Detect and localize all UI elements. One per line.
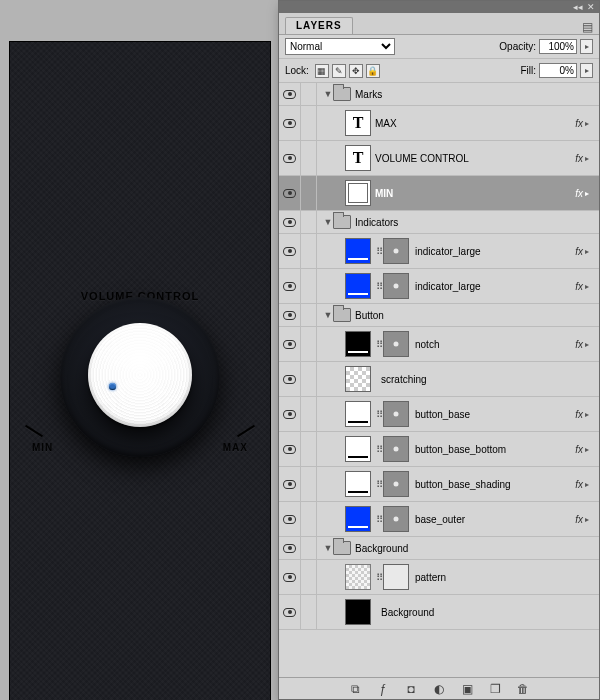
visibility-toggle[interactable] <box>283 247 296 256</box>
visibility-toggle[interactable] <box>283 311 296 320</box>
shape-thumb <box>345 436 371 462</box>
fx-badge[interactable]: fx <box>575 153 583 164</box>
layer-indicator-large-1[interactable]: ⠿ indicator_large fx ▸ <box>279 234 599 269</box>
layer-base-outer[interactable]: ⠿ base_outer fx ▸ <box>279 502 599 537</box>
folder-icon <box>333 308 351 322</box>
fx-badge[interactable]: fx <box>575 514 583 525</box>
delete-layer-icon[interactable]: 🗑 <box>516 682 530 696</box>
visibility-toggle[interactable] <box>283 608 296 617</box>
chevron-right-icon[interactable]: ▸ <box>585 154 595 163</box>
chevron-right-icon[interactable]: ▸ <box>585 410 595 419</box>
layer-label: button_base_shading <box>415 479 511 490</box>
fill-flyout[interactable] <box>580 63 593 78</box>
lock-pixels-icon[interactable]: ✎ <box>332 64 346 78</box>
opacity-input[interactable] <box>539 39 577 54</box>
shape-thumb <box>345 238 371 264</box>
visibility-toggle[interactable] <box>283 189 296 198</box>
visibility-toggle[interactable] <box>283 90 296 99</box>
chevron-down-icon[interactable]: ▼ <box>323 543 333 553</box>
fx-badge[interactable]: fx <box>575 281 583 292</box>
visibility-toggle[interactable] <box>283 410 296 419</box>
visibility-toggle[interactable] <box>283 218 296 227</box>
visibility-toggle[interactable] <box>283 375 296 384</box>
visibility-toggle[interactable] <box>283 480 296 489</box>
layer-button-base-bottom[interactable]: ⠿ button_base_bottom fx ▸ <box>279 432 599 467</box>
visibility-toggle[interactable] <box>283 544 296 553</box>
layer-min[interactable]: MIN fx ▸ <box>279 176 599 211</box>
visibility-toggle[interactable] <box>283 282 296 291</box>
visibility-toggle[interactable] <box>283 340 296 349</box>
document-canvas[interactable]: VOLUME CONTROL MIN MAX <box>10 42 270 700</box>
panel-menu-icon[interactable]: ▤ <box>582 20 593 34</box>
collapse-icon[interactable]: ◂◂ <box>573 3 583 12</box>
vector-mask-thumb[interactable] <box>383 506 409 532</box>
layer-mask-thumb[interactable] <box>383 564 409 590</box>
layer-style-icon[interactable]: ƒ <box>376 682 390 696</box>
fill-input[interactable] <box>539 63 577 78</box>
chevron-right-icon[interactable]: ▸ <box>585 480 595 489</box>
chevron-right-icon[interactable]: ▸ <box>585 445 595 454</box>
shape-thumb <box>345 331 371 357</box>
link-icon: ⠿ <box>375 444 383 455</box>
fx-badge[interactable]: fx <box>575 188 583 199</box>
fx-badge[interactable]: fx <box>575 339 583 350</box>
visibility-toggle[interactable] <box>283 573 296 582</box>
layer-scratching[interactable]: scratching <box>279 362 599 397</box>
group-button[interactable]: ▼ Button <box>279 304 599 327</box>
visibility-toggle[interactable] <box>283 154 296 163</box>
knob[interactable] <box>88 323 192 427</box>
new-layer-icon[interactable]: ❐ <box>488 682 502 696</box>
group-background[interactable]: ▼ Background <box>279 537 599 560</box>
opacity-label: Opacity: <box>499 41 536 52</box>
layer-button-base[interactable]: ⠿ button_base fx ▸ <box>279 397 599 432</box>
layer-mask-icon[interactable]: ◘ <box>404 682 418 696</box>
layer-indicator-large-2[interactable]: ⠿ indicator_large fx ▸ <box>279 269 599 304</box>
lock-position-icon[interactable]: ✥ <box>349 64 363 78</box>
tab-layers[interactable]: LAYERS <box>285 17 353 34</box>
fx-badge[interactable]: fx <box>575 118 583 129</box>
layer-pattern[interactable]: ⠿ pattern <box>279 560 599 595</box>
layer-button-base-shading[interactable]: ⠿ button_base_shading fx ▸ <box>279 467 599 502</box>
vector-mask-thumb[interactable] <box>383 238 409 264</box>
lock-all-icon[interactable]: 🔒 <box>366 64 380 78</box>
visibility-toggle[interactable] <box>283 119 296 128</box>
vector-mask-thumb[interactable] <box>383 273 409 299</box>
chevron-right-icon[interactable]: ▸ <box>585 119 595 128</box>
layer-volume-control[interactable]: VOLUME CONTROL fx ▸ <box>279 141 599 176</box>
vector-mask-thumb[interactable] <box>383 471 409 497</box>
fx-badge[interactable]: fx <box>575 444 583 455</box>
layer-notch[interactable]: ⠿ notch fx ▸ <box>279 327 599 362</box>
chevron-down-icon[interactable]: ▼ <box>323 310 333 320</box>
fx-badge[interactable]: fx <box>575 246 583 257</box>
fx-badge[interactable]: fx <box>575 409 583 420</box>
layer-max[interactable]: MAX fx ▸ <box>279 106 599 141</box>
chevron-right-icon[interactable]: ▸ <box>585 282 595 291</box>
blend-mode-select[interactable]: Normal <box>285 38 395 55</box>
group-marks[interactable]: ▼ Marks <box>279 83 599 106</box>
chevron-down-icon[interactable]: ▼ <box>323 217 333 227</box>
chevron-right-icon[interactable]: ▸ <box>585 340 595 349</box>
shape-thumb <box>345 471 371 497</box>
link-layers-icon[interactable]: ⧉ <box>348 682 362 696</box>
chevron-down-icon[interactable]: ▼ <box>323 89 333 99</box>
layer-tree[interactable]: ▼ Marks MAX fx ▸ VOLUME CONTROL fx ▸ <box>279 83 599 677</box>
adjustment-layer-icon[interactable]: ◐ <box>432 682 446 696</box>
visibility-toggle[interactable] <box>283 445 296 454</box>
chevron-right-icon[interactable]: ▸ <box>585 515 595 524</box>
opacity-flyout[interactable] <box>580 39 593 54</box>
new-group-icon[interactable]: ▣ <box>460 682 474 696</box>
group-indicators[interactable]: ▼ Indicators <box>279 211 599 234</box>
close-icon[interactable]: ✕ <box>587 3 595 12</box>
visibility-toggle[interactable] <box>283 515 296 524</box>
panel-titlebar[interactable]: ◂◂ ✕ <box>279 1 599 13</box>
vector-mask-thumb[interactable] <box>383 436 409 462</box>
vector-mask-thumb[interactable] <box>383 401 409 427</box>
fx-badge[interactable]: fx <box>575 479 583 490</box>
group-label: Indicators <box>355 217 398 228</box>
chevron-right-icon[interactable]: ▸ <box>585 189 595 198</box>
vector-mask-thumb[interactable] <box>383 331 409 357</box>
layer-label: base_outer <box>415 514 465 525</box>
chevron-right-icon[interactable]: ▸ <box>585 247 595 256</box>
layer-background[interactable]: Background <box>279 595 599 630</box>
lock-transparency-icon[interactable]: ▦ <box>315 64 329 78</box>
